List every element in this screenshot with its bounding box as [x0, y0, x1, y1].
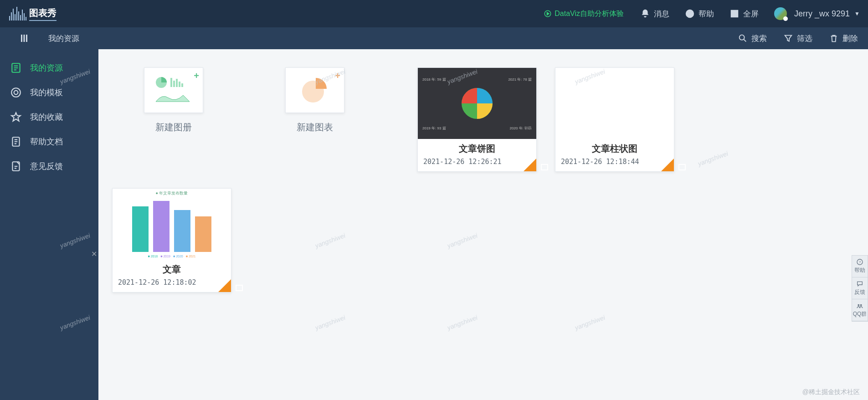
fullscreen-label: 全屏 [743, 9, 759, 19]
search-label: 搜索 [751, 33, 767, 44]
corner-badge-icon [524, 159, 536, 171]
chart-thumbnail: ● 年文章发布数量 ■ 2018■ 2019■ 2020■ 2021 [113, 189, 231, 260]
pie-annot: 2018 年: 59 篇 [422, 77, 446, 82]
sidebar-item-templates[interactable]: 我的模板 [0, 80, 98, 105]
svg-text:?: ? [859, 260, 861, 264]
create-chart-card[interactable]: + 新建图表 [253, 67, 376, 172]
card-title: 文章柱状图 [555, 139, 674, 156]
filter-label: 筛选 [797, 33, 812, 44]
help-circle-icon [685, 9, 695, 19]
svg-point-6 [740, 35, 745, 40]
help-icon: ? [856, 258, 863, 266]
create-album-card[interactable]: + 新建图册 [112, 67, 235, 172]
album-thumb-icon [153, 74, 194, 106]
sidebar-item-label: 我的收藏 [30, 112, 63, 123]
messages-label: 消息 [654, 9, 669, 19]
subbar-menu-icon[interactable] [0, 33, 48, 44]
main-content: + 新建图册 + 新建图表 [98, 49, 868, 400]
dataviz-link[interactable]: DataViz自助分析体验 [544, 9, 624, 19]
delete-button[interactable]: 删除 [829, 33, 858, 44]
pie-annot: 2021 年: 78 篇 [508, 77, 532, 82]
chart-thumb-icon [297, 74, 333, 106]
svg-rect-5 [26, 35, 27, 42]
sidebar-item-label: 我的模板 [30, 87, 63, 98]
float-label: 反馈 [854, 288, 865, 296]
side-float-panel: ?帮助 反馈 QQ群 [852, 255, 868, 322]
logo-icon [9, 7, 26, 21]
username-label: Jerry _wx 9291 [794, 9, 850, 19]
feedback-icon [10, 160, 22, 172]
svg-point-9 [14, 91, 18, 95]
top-bar: 图表秀 DataViz自助分析体验 消息 帮助 全屏 Jerry _wx 929… [0, 0, 868, 27]
svg-rect-4 [24, 35, 25, 42]
target-icon [10, 87, 22, 98]
sidebar-item-label: 意见反馈 [30, 161, 63, 172]
columns-icon [19, 33, 30, 44]
sidebar-item-favorites[interactable]: 我的收藏 [0, 105, 98, 129]
sub-bar: 我的资源 搜索 筛选 删除 [0, 27, 868, 49]
logo-text: 图表秀 [29, 7, 56, 21]
pie-annot: 2019 年: 93 篇 [422, 126, 446, 131]
avatar[interactable] [774, 7, 787, 20]
chart-card-bar[interactable]: 文章柱状图 2021-12-26 12:18:44 [555, 67, 674, 172]
bell-icon [640, 9, 650, 19]
float-help-button[interactable]: ?帮助 [852, 256, 868, 277]
fullscreen-button[interactable]: 全屏 [729, 9, 759, 19]
float-feedback-button[interactable]: 反馈 [852, 277, 868, 299]
help-button[interactable]: 帮助 [685, 9, 714, 19]
svg-rect-3 [21, 35, 22, 42]
chart-thumbnail [555, 68, 674, 139]
file-icon [10, 62, 22, 74]
sidebar-item-label: 帮助文档 [30, 136, 63, 147]
float-label: QQ群 [853, 310, 867, 318]
plus-icon: + [194, 71, 199, 81]
chat-icon [856, 280, 863, 287]
help-label: 帮助 [699, 9, 714, 19]
group-icon [856, 302, 863, 309]
messages-button[interactable]: 消息 [640, 9, 669, 19]
svg-rect-16 [179, 82, 180, 87]
user-menu[interactable]: Jerry _wx 9291 ▼ [794, 9, 860, 19]
svg-rect-13 [170, 78, 172, 87]
breadcrumb: 我的资源 [48, 33, 79, 44]
sidebar: 我的资源 我的模板 我的收藏 帮助文档 意见反馈 [0, 49, 98, 400]
expand-icon [729, 9, 740, 19]
play-circle-icon [544, 10, 552, 18]
close-icon[interactable]: ✕ [91, 250, 97, 258]
card-title: 文章饼图 [418, 139, 536, 156]
caret-down-icon: ▼ [854, 10, 860, 17]
svg-point-22 [858, 304, 859, 306]
sidebar-item-resources[interactable]: 我的资源 [0, 56, 98, 80]
corner-badge-icon [218, 279, 231, 292]
chart-card-article[interactable]: ● 年文章发布数量 ■ 2018■ 2019■ 2020■ 2021 文章 20… [112, 188, 231, 292]
svg-rect-17 [181, 83, 183, 87]
svg-point-23 [860, 304, 862, 306]
svg-rect-15 [176, 79, 178, 87]
chart-thumbnail: 2018 年: 59 篇 2021 年: 78 篇 2019 年: 93 篇 2… [418, 68, 536, 139]
trash-icon [829, 33, 839, 43]
svg-point-8 [11, 88, 21, 97]
doc-icon [10, 136, 22, 148]
filter-icon [783, 33, 793, 43]
float-qq-button[interactable]: QQ群 [852, 299, 868, 321]
sidebar-item-label: 我的资源 [30, 62, 63, 73]
create-chart-label: 新建图表 [297, 121, 333, 133]
pie-annot: 2020 年: 轩昂 [510, 126, 532, 131]
sidebar-item-docs[interactable]: 帮助文档 [0, 129, 98, 154]
sidebar-item-feedback[interactable]: 意见反馈 [0, 154, 98, 179]
card-date: 2021-12-26 12:18:02 [113, 277, 231, 292]
chart-card-pie[interactable]: 2018 年: 59 篇 2021 年: 78 篇 2019 年: 93 篇 2… [417, 67, 537, 172]
star-icon [10, 111, 22, 123]
card-date: 2021-12-26 12:18:44 [555, 156, 674, 171]
corner-badge-icon [661, 159, 674, 171]
delete-label: 删除 [842, 33, 858, 44]
dataviz-label: DataViz自助分析体验 [555, 9, 624, 19]
card-title: 文章 [113, 260, 231, 277]
footer-watermark: @稀土掘金技术社区 [802, 388, 860, 396]
logo[interactable]: 图表秀 [0, 7, 66, 21]
search-icon [738, 33, 748, 43]
search-button[interactable]: 搜索 [738, 33, 767, 44]
filter-button[interactable]: 筛选 [783, 33, 812, 44]
card-date: 2021-12-26 12:26:21 [418, 156, 536, 171]
float-label: 帮助 [854, 267, 865, 274]
